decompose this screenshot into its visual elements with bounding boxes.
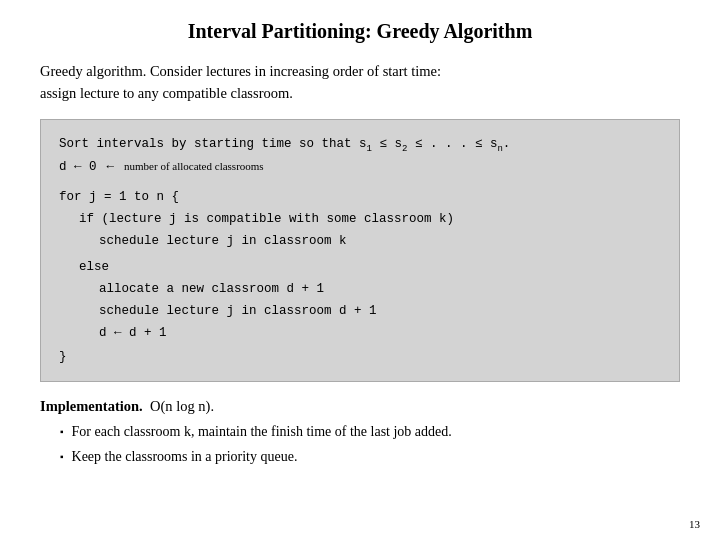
page-number: 13 [689,518,700,530]
bullet-item-2: Keep the classrooms in a priority queue. [60,446,680,467]
close-brace-line: } [59,347,661,367]
if-line: if (lecture j is compatible with some cl… [59,209,661,229]
else-line: else [59,257,661,277]
sort-line: Sort intervals by starting time so that … [59,134,510,156]
annotation-classrooms: number of allocated classrooms [124,158,264,176]
implementation-section: Implementation. O(n log n). For each cla… [40,398,680,467]
slide-title: Interval Partitioning: Greedy Algorithm [40,20,680,43]
allocate-line: allocate a new classroom d + 1 [59,279,661,299]
implementation-bullets: For each classroom k, maintain the finis… [40,421,680,467]
algorithm-code-box: Sort intervals by starting time so that … [40,119,680,383]
schedule1-line: schedule lecture j in classroom k [59,231,661,251]
intro-line2: assign lecture to any compatible classro… [40,85,293,101]
for-line: for j = 1 to n { [59,187,661,207]
implementation-heading: Implementation. O(n log n). [40,398,680,415]
slide-container: Interval Partitioning: Greedy Algorithm … [0,0,720,540]
d-init-line: d ← 0 [59,157,97,177]
intro-line1: Greedy algorithm. Consider lectures in i… [40,63,441,79]
bullet-item-1: For each classroom k, maintain the finis… [60,421,680,442]
intro-paragraph: Greedy algorithm. Consider lectures in i… [40,61,680,105]
d-update-line: d ← d + 1 [59,323,661,343]
schedule2-line: schedule lecture j in classroom d + 1 [59,301,661,321]
